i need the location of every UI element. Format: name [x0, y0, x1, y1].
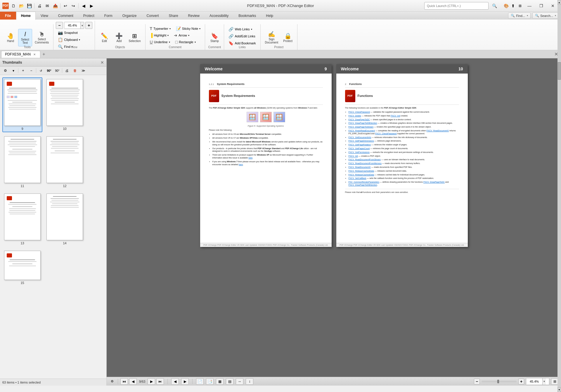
zoom-slider-thumb[interactable] — [497, 380, 499, 383]
page-forward-btn[interactable]: ▶ — [181, 378, 189, 385]
tab-protect[interactable]: Protect — [78, 12, 99, 20]
thumbnail-page-13[interactable]: 13 — [2, 192, 42, 247]
nav-last-btn[interactable]: ⏭ — [156, 378, 164, 385]
p9-link-2[interactable]: here — [239, 163, 243, 165]
zoom-in-btn[interactable]: + — [85, 22, 92, 29]
panel-rotate-cw-btn[interactable]: 90° — [46, 67, 53, 74]
status-zoom-out-btn[interactable]: − — [474, 379, 480, 384]
tab-bookmarks[interactable]: Bookmarks — [233, 12, 261, 20]
add-edit-links-btn[interactable]: 🔗 Add/Edit Links — [226, 33, 258, 39]
qat-forward[interactable]: ▶ — [88, 2, 95, 9]
panel-settings-btn[interactable]: ⚙ — [2, 67, 9, 74]
highlight-btn[interactable]: ▐ Highlight ▾ — [148, 32, 171, 39]
view-split-v-btn[interactable]: ↕ — [246, 378, 253, 385]
select-text-btn[interactable]: I SelectText — [18, 29, 32, 46]
qat-back[interactable]: ◀ — [80, 2, 87, 9]
thumbnail-page-9[interactable]: 9 — [2, 77, 42, 132]
thumbnail-page-12[interactable]: 12 — [45, 135, 85, 189]
nav-first-btn[interactable]: ⏮ — [120, 378, 128, 385]
qat-redo[interactable]: ↪ — [70, 2, 77, 9]
tab-help[interactable]: Help — [261, 12, 278, 20]
p9-link-1[interactable]: here — [248, 157, 252, 159]
status-zoom-in-btn[interactable]: + — [518, 379, 524, 384]
qat-email[interactable]: ✉ — [44, 2, 51, 9]
zoom-dropdown-btn[interactable]: ▾ — [80, 22, 84, 29]
arrow-btn[interactable]: ➜ Arrow ▾ — [172, 32, 191, 39]
select-comments-btn[interactable]: 🖱 SelectComments — [33, 29, 51, 46]
search-btn[interactable]: 🔍 Search... ▾ — [532, 13, 559, 19]
thumbnail-page-14[interactable]: 14 — [45, 192, 85, 247]
underline-btn[interactable]: U Underline ▾ — [148, 39, 172, 45]
new-tab-btn[interactable]: + — [40, 51, 47, 58]
panel-more-btn[interactable]: ≫ — [80, 67, 87, 74]
tab-comment[interactable]: Comment — [53, 12, 78, 20]
thumbnail-page-11[interactable]: 11 — [2, 135, 42, 189]
view-facing-cont-btn[interactable]: ▤ — [226, 378, 233, 385]
selection-btn[interactable]: ⊞ Selection — [127, 29, 143, 46]
doc-tab-close-btn[interactable]: ✕ — [32, 52, 37, 56]
nav-prev-btn[interactable]: ◀ — [129, 378, 137, 385]
status-zoom-input[interactable] — [526, 378, 542, 385]
panel-close-btn[interactable]: ✕ — [101, 60, 104, 65]
minimize-btn[interactable]: — — [524, 2, 535, 10]
doc-tab-main[interactable]: PDFXES9_MAN ✕ — [1, 51, 40, 58]
view-split-h-btn[interactable]: ↔ — [236, 378, 243, 385]
find-btn[interactable]: 🔍 Find... ▾ — [508, 13, 531, 19]
hand-tool-btn[interactable]: 🤚 Hand — [4, 29, 18, 46]
panel-zoom-out-btn[interactable]: − — [28, 67, 35, 74]
sticky-note-btn[interactable]: 📝 Sticky Note ▾ — [174, 25, 203, 32]
zoom-slider[interactable] — [482, 381, 517, 382]
tab-view[interactable]: View — [36, 12, 53, 20]
qat-export[interactable]: 📤 — [52, 2, 59, 9]
tab-organize[interactable]: Organize — [117, 12, 142, 20]
qat-save[interactable]: 💾 — [26, 2, 33, 9]
qat-new[interactable]: 🗋 — [10, 2, 17, 9]
nav-next-btn[interactable]: ▶ — [148, 378, 155, 385]
viewer-scroll[interactable]: ▲ ▼ Welcome 9 1.2.1 System Requirements — [107, 58, 561, 377]
status-zoom-arrow[interactable]: ▾ — [542, 378, 546, 385]
restore-btn[interactable]: ❐ — [535, 2, 547, 10]
vscroll-thumb[interactable] — [558, 62, 561, 80]
tab-share[interactable]: Share — [164, 12, 183, 20]
search-launch-btn[interactable]: 🔍 — [491, 2, 498, 9]
qat-open[interactable]: 📂 — [18, 2, 25, 9]
ribbon-collapse-btn[interactable]: ⬆ — [510, 2, 517, 9]
thumbnail-page-10[interactable]: 10 — [45, 77, 85, 132]
add-btn[interactable]: ➕ Add — [112, 29, 126, 46]
tab-form[interactable]: Form — [99, 12, 117, 20]
typewriter-btn[interactable]: T Typewriter ▾ — [148, 25, 173, 32]
protect-btn[interactable]: 🔒 Protect — [281, 29, 295, 46]
v-scrollbar[interactable]: ▲ ▼ — [557, 58, 561, 377]
thumbnail-page-15[interactable]: 15 — [2, 249, 42, 286]
panel-rotate-cw2-btn[interactable]: 90° — [54, 67, 61, 74]
tab-convert[interactable]: Convert — [142, 12, 164, 20]
panel-delete-btn[interactable]: 🗑 — [72, 67, 79, 74]
web-links-btn[interactable]: 🔗 Web Links ▾ — [226, 26, 258, 32]
clipboard-btn[interactable]: 📋 Clipboard ▾ — [56, 36, 82, 43]
tab-review[interactable]: Review — [183, 12, 205, 20]
sign-document-btn[interactable]: ✍ SignDocument — [263, 29, 280, 46]
zoom-input[interactable] — [64, 22, 80, 29]
snapshot-btn[interactable]: 📷 Snapshot — [56, 29, 79, 36]
qat-print[interactable]: 🖨 — [36, 2, 43, 9]
vscroll-track[interactable] — [557, 58, 561, 377]
panel-rotate-ccw-btn[interactable]: ↺ — [37, 67, 44, 74]
view-continuous-btn[interactable]: 📑 — [206, 378, 214, 385]
theme-btn[interactable]: 🎨 — [503, 2, 510, 9]
view-facing-btn[interactable]: ▦ — [216, 378, 224, 385]
tab-accessibility[interactable]: Accessibility — [205, 12, 233, 20]
panel-scroll-area[interactable]: 9 — [0, 75, 106, 379]
maximize-btn[interactable]: ⊞ — [517, 2, 524, 9]
panel-tb-btn1[interactable]: ▼ — [10, 67, 17, 74]
quick-launch-input[interactable] — [424, 2, 489, 10]
panel-zoom-in-btn[interactable]: + — [20, 67, 27, 74]
edit-btn[interactable]: ✏️ Edit — [97, 29, 111, 46]
qat-undo[interactable]: ↩ — [62, 2, 69, 9]
tab-home[interactable]: Home — [16, 12, 36, 20]
view-single-btn[interactable]: 📄 — [196, 378, 204, 385]
stamp-btn[interactable]: 🔖 Stamp — [207, 29, 221, 46]
rectangle-btn[interactable]: □ Rectangle ▾ — [173, 39, 198, 45]
close-btn[interactable]: ✕ — [547, 2, 559, 10]
page-back-btn[interactable]: ◀ — [171, 378, 179, 385]
status-settings-btn[interactable]: ⚙ — [109, 378, 115, 385]
